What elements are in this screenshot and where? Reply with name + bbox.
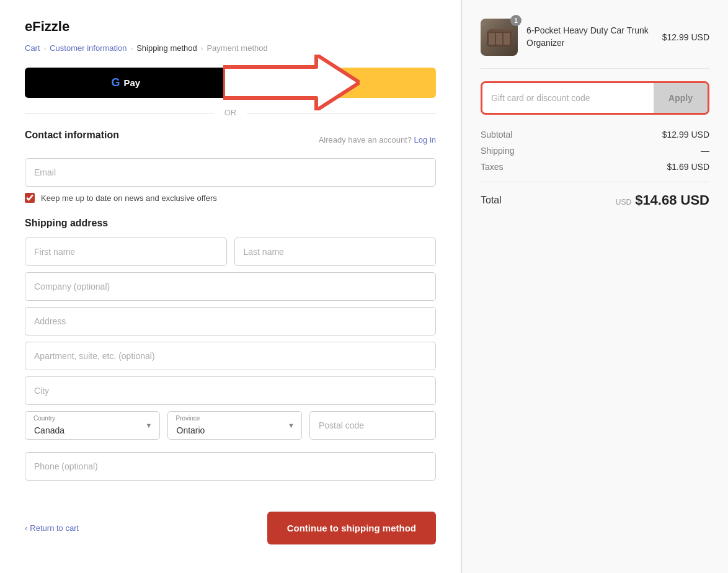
product-name: 6-Pocket Heavy Duty Car Trunk Organizer: [526, 25, 654, 49]
or-divider: OR: [25, 108, 436, 117]
login-link[interactable]: Log in: [414, 135, 436, 144]
contact-section-title: Contact information: [25, 130, 119, 141]
or-text: OR: [224, 108, 237, 117]
name-row: [25, 238, 436, 266]
gift-card-input[interactable]: [482, 83, 654, 113]
email-field[interactable]: [25, 158, 436, 187]
return-label: Return to cart: [30, 523, 79, 533]
gpay-button[interactable]: G Pay: [25, 68, 227, 98]
price-breakdown: Subtotal $12.99 USD Shipping — Taxes $1.…: [481, 130, 709, 172]
shipping-section-title: Shipping address: [25, 218, 436, 229]
product-price: $12.99 USD: [662, 32, 709, 42]
product-image-wrapper: 1: [481, 19, 518, 56]
company-field[interactable]: [25, 272, 436, 301]
apt-field[interactable]: [25, 342, 436, 370]
province-wrapper: Province Ontario Quebec British Columbia…: [167, 411, 303, 440]
breadcrumb-payment-method: Payment method: [206, 43, 267, 53]
total-value: $14.68 USD: [635, 192, 709, 208]
shipping-label: Shipping: [481, 146, 515, 156]
payment-buttons: G Pay P PayPal: [25, 68, 436, 98]
last-name-field[interactable]: [234, 238, 437, 266]
postal-code-field[interactable]: [309, 411, 436, 440]
product-info: 6-Pocket Heavy Duty Car Trunk Organizer: [526, 25, 654, 49]
total-row: Total USD $14.68 USD: [481, 182, 709, 208]
gpay-label: Pay: [123, 78, 140, 88]
shipping-value: —: [701, 146, 709, 156]
gift-card-section: Apply: [481, 81, 709, 115]
breadcrumb-sep-3: ›: [201, 45, 203, 52]
svg-rect-3: [496, 33, 502, 45]
taxes-label: Taxes: [481, 162, 504, 172]
country-wrapper: Country Canada United States United King…: [25, 411, 160, 440]
taxes-row: Taxes $1.69 USD: [481, 162, 709, 172]
login-prompt: Already have an account? Log in: [319, 135, 436, 144]
svg-rect-5: [489, 29, 510, 32]
total-currency: USD: [616, 198, 631, 207]
total-label: Total: [481, 195, 502, 206]
bottom-nav: ‹ Return to cart Continue to shipping me…: [25, 505, 436, 544]
phone-field[interactable]: [25, 452, 436, 481]
svg-rect-4: [504, 33, 510, 45]
contact-header: Contact information Already have an acco…: [25, 130, 436, 149]
breadcrumb-shipping-method: Shipping method: [136, 43, 197, 53]
continue-to-shipping-button[interactable]: Continue to shipping method: [267, 512, 436, 544]
breadcrumb-sep-2: ›: [131, 45, 133, 52]
first-name-field[interactable]: [25, 238, 227, 266]
taxes-value: $1.69 USD: [667, 162, 709, 172]
product-row: 1 6-Pocket Heavy Duty Car Trunk Organize…: [481, 19, 709, 69]
google-icon: G: [111, 76, 120, 89]
total-value-wrapper: USD $14.68 USD: [616, 192, 709, 208]
paypal-icon: P: [315, 78, 321, 88]
product-quantity-badge: 1: [510, 15, 522, 26]
product-image-svg: [484, 22, 515, 53]
city-field[interactable]: [25, 376, 436, 405]
subtotal-row: Subtotal $12.99 USD: [481, 130, 709, 140]
paypal-label: PayPal: [324, 78, 355, 88]
address-field[interactable]: [25, 307, 436, 335]
subtotal-value: $12.99 USD: [662, 130, 709, 140]
store-name: eFizzle: [25, 19, 436, 35]
newsletter-checkbox[interactable]: [25, 193, 35, 203]
province-label: Province: [176, 415, 200, 422]
paypal-button[interactable]: P PayPal: [234, 68, 437, 98]
newsletter-label: Keep me up to date on news and exclusive…: [41, 193, 217, 203]
svg-rect-2: [489, 33, 495, 45]
apply-button[interactable]: Apply: [654, 83, 708, 113]
shipping-row: Shipping —: [481, 146, 709, 156]
return-to-cart-link[interactable]: ‹ Return to cart: [25, 523, 79, 533]
country-label: Country: [33, 415, 55, 422]
already-account-text: Already have an account?: [319, 135, 412, 144]
country-province-row: Country Canada United States United King…: [25, 411, 436, 440]
breadcrumb-cart[interactable]: Cart: [25, 43, 40, 53]
breadcrumb-sep-1: ›: [44, 45, 47, 52]
breadcrumb-customer-info[interactable]: Customer information: [50, 43, 127, 53]
breadcrumb: Cart › Customer information › Shipping m…: [25, 43, 436, 53]
right-panel: 1 6-Pocket Heavy Duty Car Trunk Organize…: [461, 0, 728, 573]
chevron-left-icon: ‹: [25, 523, 27, 533]
newsletter-row: Keep me up to date on news and exclusive…: [25, 193, 436, 203]
subtotal-label: Subtotal: [481, 130, 512, 140]
left-panel: eFizzle Cart › Customer information › Sh…: [0, 0, 461, 573]
